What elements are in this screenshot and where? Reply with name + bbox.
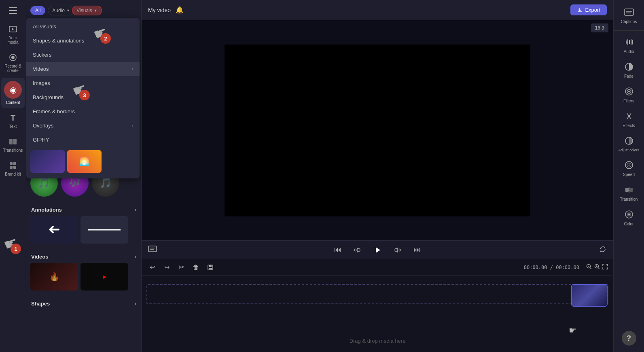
left-sidebar: Your media Record & create ◉ Content T T… (0, 0, 26, 352)
right-tool-effects[interactable]: Effects (615, 107, 643, 131)
timeline-toolbar: ↩ ↪ ✂ 🗑 00:00.00 / 00:00.00 (142, 259, 613, 276)
fit-button[interactable] (602, 263, 608, 271)
svg-rect-40 (625, 188, 629, 192)
annotations-section-header[interactable]: Annotations › (26, 201, 141, 216)
captions-label: Captions (621, 19, 637, 24)
filter-visuals-button[interactable]: Visuals ▼ (72, 6, 102, 15)
thumb-1[interactable] (30, 150, 65, 173)
loop-button[interactable] (599, 245, 607, 255)
video-thumb-1[interactable]: 🔥 (30, 263, 78, 291)
help-button[interactable]: ? (622, 331, 636, 346)
filter-all-button[interactable]: All (30, 6, 45, 15)
right-tool-fade[interactable]: Fade (615, 58, 643, 82)
dropdown-item-overlays[interactable]: Overlays › (26, 119, 140, 133)
sidebar-item-text[interactable]: T Text (1, 110, 25, 132)
transitions-icon (8, 137, 18, 146)
video-canvas: 16:9 (142, 20, 613, 240)
redo-button[interactable]: ↪ (161, 262, 172, 273)
speed-icon (623, 159, 635, 171)
sidebar-item-brand-kit[interactable]: Brand kit (1, 157, 25, 180)
videos-section-header[interactable]: Videos › (26, 248, 141, 263)
right-tool-transition[interactable]: Transition (615, 181, 643, 205)
right-tool-captions[interactable]: Captions (615, 3, 643, 27)
svg-rect-6 (9, 139, 13, 144)
video-preview (225, 45, 530, 216)
timeline-area: ↩ ↪ ✂ 🗑 00:00.00 / 00:00.00 (142, 259, 613, 352)
annotation-line[interactable] (80, 216, 128, 244)
dropdown-item-backgrounds[interactable]: Backgrounds (26, 90, 140, 104)
dropdown-item-shapes-annotations[interactable]: Shapes & annotations (26, 34, 140, 48)
dropdown-item-giphy[interactable]: GIPHY (26, 133, 140, 147)
delete-button[interactable]: 🗑 (190, 262, 201, 273)
sidebar-item-label: Your media (3, 36, 23, 45)
video-title: My video (148, 7, 171, 13)
brand-kit-icon (8, 161, 18, 170)
sidebar-item-your-media[interactable]: Your media (1, 21, 25, 48)
aspect-ratio-badge[interactable]: 16:9 (591, 25, 608, 31)
effects-icon (623, 110, 635, 122)
zoom-controls (586, 263, 608, 271)
timeline-time: 00:00.00 / 00:00.00 (524, 265, 579, 270)
sidebar-item-content[interactable]: ◉ Content (1, 78, 25, 108)
svg-rect-10 (10, 166, 13, 169)
audio-icon (623, 36, 635, 48)
filter-audio-button[interactable]: Audio ▼ (48, 6, 74, 15)
sidebar-item-transitions[interactable]: Transitions (1, 134, 25, 156)
rewind-button[interactable] (351, 244, 364, 257)
play-button[interactable] (370, 243, 385, 257)
skip-back-button[interactable]: ⏮ (331, 244, 344, 257)
timeline-content[interactable]: Drag & drop media here ☛ (142, 276, 613, 352)
text-icon: T (8, 113, 18, 123)
zoom-in-button[interactable] (594, 263, 600, 271)
annotation-arrow[interactable]: ➜ (30, 216, 78, 244)
svg-rect-7 (13, 139, 17, 144)
sidebar-item-record[interactable]: Record & create (1, 49, 25, 76)
timeline-clip[interactable] (571, 284, 608, 307)
notification-icon[interactable]: 🔔 (176, 6, 184, 14)
sidebar-item-label: Transitions (3, 148, 23, 153)
your-media-icon (8, 24, 18, 34)
right-tool-color[interactable]: Color (615, 206, 643, 229)
right-tool-adjust-colors[interactable]: Adjust colors (615, 132, 643, 155)
filter-visuals-area: Visuals ▼ (77, 3, 97, 18)
zoom-out-button[interactable] (586, 263, 592, 271)
save-button[interactable] (205, 262, 216, 273)
video-thumb-2[interactable]: ▶ (80, 263, 128, 291)
undo-button[interactable]: ↩ (146, 262, 158, 273)
svg-rect-2 (9, 13, 17, 14)
clip-thumbnail (572, 285, 607, 306)
thumb-2[interactable]: 🌅 (67, 150, 102, 173)
svg-line-27 (598, 268, 600, 269)
right-tool-audio[interactable]: Audio (615, 33, 643, 57)
chevron-right-icon: › (134, 206, 136, 213)
dropdown-item-images[interactable]: Images (26, 76, 140, 90)
shapes-section-header[interactable]: Shapes › (26, 295, 141, 312)
timeline-track[interactable] (146, 284, 608, 304)
dropdown-item-videos[interactable]: Videos › (26, 62, 140, 76)
svg-rect-41 (629, 188, 633, 192)
right-tool-speed[interactable]: Speed (615, 156, 643, 180)
hamburger-menu[interactable] (1, 3, 25, 18)
sidebar-item-label: Brand kit (5, 172, 21, 176)
right-tool-filters[interactable]: Filters (615, 83, 643, 106)
dropdown-item-frames-borders[interactable]: Frames & borders (26, 104, 140, 119)
content-icon: ◉ (4, 81, 22, 99)
dropdown-item-stickers[interactable]: Stickers (26, 48, 140, 62)
chevron-down-icon: ▼ (94, 8, 97, 13)
export-button[interactable]: Export (570, 4, 607, 15)
export-icon (577, 7, 583, 13)
fade-icon (623, 61, 635, 72)
drag-drop-label: Drag & drop media here (350, 338, 406, 344)
skip-forward-button[interactable]: ⏭ (411, 244, 424, 257)
fast-forward-button[interactable] (391, 244, 404, 257)
annotations-grid: ➜ (26, 216, 141, 248)
dropdown-item-all-visuals[interactable]: All visuals (26, 19, 140, 34)
subtitle-button[interactable] (148, 246, 157, 254)
thumbnail-row: 🌅 (26, 150, 140, 177)
transition-icon (623, 184, 635, 195)
right-sidebar: Captions Audio Fade Filters (613, 0, 644, 352)
cursor-hand-icon: ☛ (569, 325, 577, 336)
chevron-right-icon: › (134, 253, 136, 260)
cut-button[interactable]: ✂ (176, 262, 187, 273)
visuals-dropdown-menu: All visuals Shapes & annotations Sticker… (26, 18, 140, 178)
